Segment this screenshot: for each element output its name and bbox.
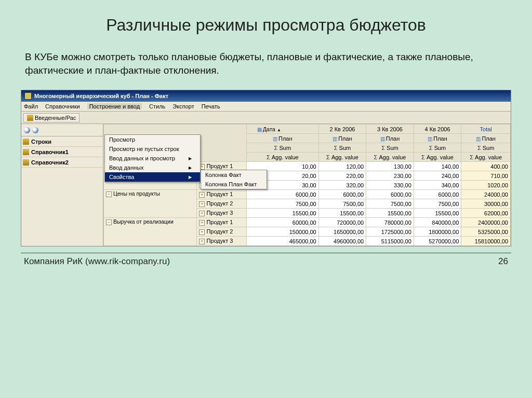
cell-total: 30000,00 <box>461 199 511 209</box>
hdr-sum-1: Σ Sum <box>246 143 318 153</box>
side-row-ref1[interactable]: Справочник1 <box>21 147 103 157</box>
cell-total: 400,00 <box>461 162 511 171</box>
cell-total: 24000,00 <box>461 190 511 199</box>
app-window: Многомерный иерархический куб - План - Ф… <box>21 90 511 246</box>
col-date[interactable]: ▦Дата ▲ 1 Кв 2006 <box>246 125 318 134</box>
cell-total: 62000,00 <box>461 209 511 218</box>
cell: 15500,00 <box>414 209 461 218</box>
cell: 120,00 <box>318 162 366 171</box>
group-prices[interactable]: −Цены на продукты <box>104 190 197 218</box>
side-row-ref2[interactable]: Справочник2 <box>21 157 103 168</box>
expand-icon[interactable]: + <box>199 192 205 198</box>
cell: 140,00 <box>414 162 461 171</box>
cell: 7500,00 <box>246 199 318 209</box>
cell: 5115000,00 <box>366 237 414 246</box>
cell: 1800000,00 <box>414 227 461 237</box>
tree-icon <box>23 149 29 155</box>
hdr-plan-3: ▥План <box>366 134 414 143</box>
dd-item-input[interactable]: Ввод данных▶ <box>105 163 200 172</box>
footer-company: Компания РиК (www.rik-company.ru) <box>24 256 170 267</box>
expand-icon[interactable]: + <box>199 201 205 207</box>
hdr-agg-5: Σ Agg. value <box>461 153 511 162</box>
hdr-agg-3: Σ Agg. value <box>366 153 414 162</box>
menu-reference[interactable]: Справочники <box>45 103 80 109</box>
cell: 330,00 <box>366 181 414 190</box>
expand-icon[interactable]: + <box>199 220 205 226</box>
dd-item-input-view[interactable]: Ввод данных и просмотр▶ <box>105 154 200 163</box>
sm-item-col-planfact[interactable]: Колонка План Факт <box>201 180 267 189</box>
slide-footer: Компания РиК (www.rik-company.ru) 26 <box>21 256 511 267</box>
cell: 7500,00 <box>318 199 366 209</box>
product-cell[interactable]: +Продукт 1 <box>197 190 247 199</box>
expand-icon[interactable]: + <box>199 229 205 235</box>
cell: 840000,00 <box>414 218 461 227</box>
dd-item-nonempty[interactable]: Просмотр не пустых строк <box>105 144 200 154</box>
cell: 130,00 <box>366 162 414 171</box>
side-panel: Строки Справочник1 Справочник2 <box>21 124 103 246</box>
menu-print[interactable]: Печать <box>202 103 220 109</box>
collapse-icon[interactable]: − <box>106 219 112 225</box>
col-q4[interactable]: 4 Кв 2006 <box>414 125 461 134</box>
cell-total: 5325000,00 <box>461 227 511 237</box>
hdr-plan-5: ▥План <box>461 134 511 143</box>
cell: 240,00 <box>414 171 461 181</box>
expand-icon[interactable]: + <box>199 239 205 244</box>
toolbar-entered-button[interactable]: Введенные/Рас <box>23 113 79 122</box>
col-total[interactable]: Total <box>461 125 511 134</box>
group-revenue[interactable]: −Выручка от реализации <box>104 218 197 246</box>
cell: 6000,00 <box>366 190 414 199</box>
hdr-plan-2: ▥План <box>318 134 366 143</box>
hdr-agg-2: Σ Agg. value <box>318 153 366 162</box>
cell-total: 710,00 <box>461 171 511 181</box>
cell: 15500,00 <box>366 209 414 218</box>
cell: 1725000,00 <box>366 227 414 237</box>
app-icon <box>24 92 32 100</box>
dd-item-properties[interactable]: Свойства▶ <box>105 172 200 182</box>
product-cell[interactable]: +Продукт 3 <box>197 209 247 218</box>
menu-file[interactable]: Файл <box>24 103 38 109</box>
zoom-in-icon[interactable] <box>24 127 30 133</box>
menu-style[interactable]: Стиль <box>149 103 165 109</box>
cell: 6000,00 <box>414 190 461 199</box>
cell: 150000,00 <box>246 227 318 237</box>
hdr-sum-3: Σ Sum <box>366 143 414 153</box>
cell: 15500,00 <box>246 209 318 218</box>
submenu: Колонка Факт Колонка План Факт <box>201 170 267 189</box>
titlebar: Многомерный иерархический куб - План - Ф… <box>21 90 511 102</box>
chevron-right-icon: ▶ <box>189 156 192 161</box>
slide-title: Различные режимы просмотра бюджетов <box>21 16 511 35</box>
expand-icon[interactable]: + <box>199 211 205 216</box>
collapse-icon[interactable]: − <box>106 191 112 197</box>
product-cell[interactable]: +Продукт 2 <box>197 227 247 237</box>
side-row-stroki[interactable]: Строки <box>21 136 103 147</box>
cell: 60000,00 <box>246 218 318 227</box>
cell: 6000,00 <box>246 190 318 199</box>
chevron-right-icon: ▶ <box>189 175 192 180</box>
product-cell[interactable]: +Продукт 3 <box>197 237 247 246</box>
cell-total: 1020,00 <box>461 181 511 190</box>
zoom-out-icon[interactable] <box>32 127 38 133</box>
footer-page: 26 <box>498 256 508 267</box>
dd-item-view[interactable]: Просмотр <box>105 135 200 144</box>
hdr-sum-2: Σ Sum <box>318 143 366 153</box>
cell: 320,00 <box>318 181 366 190</box>
cell: 7500,00 <box>366 199 414 209</box>
toolbar: Введенные/Рас <box>21 112 511 124</box>
hdr-agg-4: Σ Agg. value <box>414 153 461 162</box>
footer-divider <box>21 253 511 253</box>
dropdown-menu: Просмотр Просмотр не пустых строк Ввод д… <box>104 134 201 182</box>
sm-item-col-fact[interactable]: Колонка Факт <box>201 170 267 180</box>
col-q3[interactable]: 3 Кв 2006 <box>366 125 414 134</box>
cell: 720000,00 <box>318 218 366 227</box>
window-title: Многомерный иерархический куб - План - Ф… <box>34 93 168 99</box>
product-cell[interactable]: +Продукт 1 <box>197 218 247 227</box>
tree-icon <box>23 139 29 145</box>
chevron-right-icon: ▶ <box>189 166 192 170</box>
col-q2[interactable]: 2 Кв 2006 <box>318 125 366 134</box>
menu-build[interactable]: Построение и ввод <box>87 103 142 109</box>
menu-export[interactable]: Экспорт <box>172 103 194 109</box>
product-cell[interactable]: +Продукт 2 <box>197 199 247 209</box>
cell: 1650000,00 <box>318 227 366 237</box>
toolbar-entered-label: Введенные/Рас <box>35 115 76 121</box>
hdr-agg-1: Σ Agg. value <box>246 153 318 162</box>
